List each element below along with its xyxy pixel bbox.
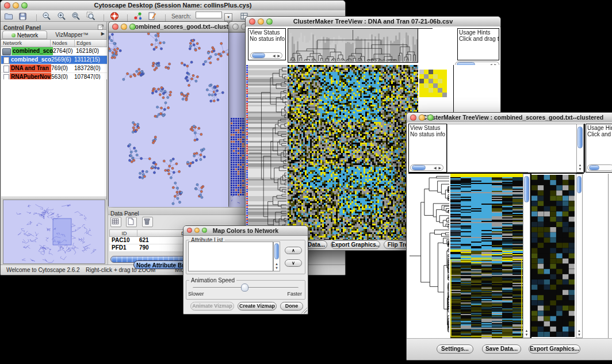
close-button[interactable] bbox=[4, 2, 10, 9]
search-input[interactable] bbox=[196, 12, 222, 18]
matrix-cell[interactable] bbox=[438, 83, 442, 88]
matrix-cell[interactable] bbox=[429, 79, 433, 83]
close-button[interactable] bbox=[249, 18, 255, 25]
matrix-cell[interactable] bbox=[438, 88, 442, 93]
scrollbar-arrows[interactable]: ▲▼ bbox=[577, 163, 583, 171]
animate-vizmap-button[interactable]: Animate Vizmap bbox=[190, 302, 234, 311]
network-list-empty-area[interactable] bbox=[1, 79, 107, 196]
matrix-cell[interactable] bbox=[424, 79, 429, 83]
matrix-cell[interactable] bbox=[438, 74, 442, 79]
network-canvas-1[interactable] bbox=[109, 32, 228, 207]
open-icon[interactable] bbox=[4, 12, 14, 21]
move-down-button[interactable]: ∨ bbox=[285, 259, 302, 267]
zoom-button[interactable] bbox=[427, 114, 434, 121]
matrix-cell[interactable] bbox=[442, 74, 447, 79]
scrollbar-arrows[interactable]: ▲▼ bbox=[576, 329, 582, 337]
window-controls[interactable] bbox=[187, 228, 207, 233]
vizmapper-icon[interactable] bbox=[133, 12, 143, 21]
network-list-row[interactable]: combined_scores 2764(0) 16218(0) bbox=[1, 47, 107, 56]
zoom-button[interactable] bbox=[21, 2, 28, 9]
new-attribute-icon[interactable] bbox=[126, 217, 137, 227]
scrollbar-thumb[interactable] bbox=[524, 176, 529, 202]
minimize-button[interactable] bbox=[13, 2, 19, 9]
matrix-cell[interactable] bbox=[442, 88, 447, 93]
tv2-status-hscrollbar[interactable]: ◀ ▶ bbox=[410, 164, 443, 171]
matrix-cell[interactable] bbox=[442, 93, 447, 97]
tv2-column-dendrogram-area[interactable] bbox=[447, 124, 528, 173]
scrollbar-arrows[interactable]: ▲▼ bbox=[274, 262, 280, 270]
matrix-cell[interactable] bbox=[429, 74, 433, 79]
treeview1-titlebar[interactable]: ClusterMaker TreeView : DNA and Tran 07-… bbox=[246, 17, 500, 27]
tv1-column-dendrogram-canvas[interactable] bbox=[288, 28, 418, 63]
matrix-cell[interactable] bbox=[424, 74, 429, 79]
matrix-cell[interactable] bbox=[438, 79, 442, 83]
matrix-cell[interactable] bbox=[419, 83, 424, 88]
move-up-button[interactable]: ∧ bbox=[285, 247, 302, 254]
close-button[interactable] bbox=[410, 114, 416, 121]
scrollbar-thumb[interactable] bbox=[577, 176, 582, 193]
tv2-settings-button[interactable]: Settings... bbox=[437, 344, 473, 354]
matrix-cell[interactable] bbox=[438, 93, 442, 97]
tv2-column-labels[interactable] bbox=[528, 124, 576, 173]
zoom-out-icon[interactable] bbox=[42, 12, 52, 21]
tv2-zoom-vscrollbar[interactable]: ▲▼ bbox=[576, 174, 583, 338]
network-overview-canvas[interactable] bbox=[3, 200, 105, 263]
matrix-cell[interactable] bbox=[438, 70, 442, 74]
matrix-cell[interactable] bbox=[433, 70, 438, 74]
window-controls[interactable] bbox=[4, 2, 28, 9]
matrix-cell[interactable] bbox=[433, 88, 438, 93]
scrollbar-thumb[interactable] bbox=[412, 165, 426, 170]
help-lifesaver-icon[interactable] bbox=[110, 12, 120, 21]
window-controls[interactable] bbox=[112, 24, 136, 30]
annotation-icon[interactable] bbox=[148, 12, 158, 21]
zoom-selected-icon[interactable] bbox=[86, 12, 96, 21]
network-view-1-titlebar[interactable]: combined_scores_good.txt--cluste... bbox=[109, 22, 228, 32]
matrix-cell[interactable] bbox=[419, 74, 424, 79]
scrollbar-thumb[interactable] bbox=[274, 243, 279, 259]
scrollbar-thumb[interactable] bbox=[252, 53, 265, 58]
matrix-cell[interactable] bbox=[424, 70, 429, 74]
network-list-row[interactable]: combined_sco 2569(6) 13112(15) bbox=[1, 56, 107, 64]
minimize-button[interactable] bbox=[194, 228, 200, 233]
network-table-header[interactable]: NetworkNodesEdges bbox=[1, 40, 107, 47]
matrix-cell[interactable] bbox=[429, 88, 433, 93]
matrix-cell[interactable] bbox=[429, 93, 433, 97]
matrix-cell[interactable] bbox=[442, 70, 447, 74]
tab-network[interactable]: Network bbox=[2, 30, 47, 39]
close-button[interactable] bbox=[112, 24, 118, 30]
scrollbar-arrows[interactable]: ▲▼ bbox=[523, 329, 530, 337]
attribute-list-vscrollbar[interactable]: ▲▼ bbox=[273, 242, 280, 271]
tv2-heatmap-canvas[interactable] bbox=[450, 174, 523, 338]
tv2-zoom-heatmap-canvas[interactable] bbox=[531, 175, 575, 337]
matrix-cell[interactable] bbox=[429, 83, 433, 88]
tabs-overflow-button[interactable]: ▶ bbox=[101, 31, 105, 36]
matrix-cell[interactable] bbox=[442, 83, 447, 88]
matrix-cell[interactable] bbox=[442, 79, 447, 83]
tv1-heatmap-canvas[interactable] bbox=[288, 65, 418, 241]
network-list-row[interactable]: DNA and Tran 07 769(0) 183728(0) bbox=[1, 64, 107, 73]
matrix-cell[interactable] bbox=[433, 74, 438, 79]
zoom-in-icon[interactable] bbox=[57, 12, 67, 21]
scrollbar-arrows[interactable]: ◀ ▶ bbox=[434, 166, 443, 170]
minimize-button[interactable] bbox=[258, 18, 264, 25]
save-icon[interactable] bbox=[18, 12, 28, 21]
scrollbar-thumb[interactable] bbox=[577, 127, 583, 148]
attribute-list[interactable] bbox=[188, 242, 273, 271]
minimize-button[interactable] bbox=[121, 24, 127, 30]
matrix-cell[interactable] bbox=[433, 79, 438, 83]
map-dialog-titlebar[interactable]: Map Colors to Network bbox=[183, 226, 308, 236]
tv2-usage-hscrollbar[interactable] bbox=[587, 164, 612, 171]
matrix-cell[interactable] bbox=[433, 83, 438, 88]
window-controls[interactable] bbox=[410, 114, 434, 121]
tv2-gene-list[interactable] bbox=[583, 174, 609, 338]
zoom-button[interactable] bbox=[266, 18, 273, 25]
create-vizmap-button[interactable]: Create Vizmap bbox=[238, 302, 277, 311]
matrix-cell[interactable] bbox=[419, 79, 424, 83]
tab-vizmapper[interactable]: VizMapper™ bbox=[49, 30, 95, 39]
matrix-cell[interactable] bbox=[429, 70, 433, 74]
matrix-cell[interactable] bbox=[419, 70, 424, 74]
matrix-cell[interactable] bbox=[424, 83, 429, 88]
slider-thumb[interactable] bbox=[241, 283, 248, 292]
tv1-gene-dendrogram-canvas[interactable] bbox=[248, 65, 288, 241]
tv2-save-data-button[interactable]: Save Data... bbox=[482, 344, 521, 354]
